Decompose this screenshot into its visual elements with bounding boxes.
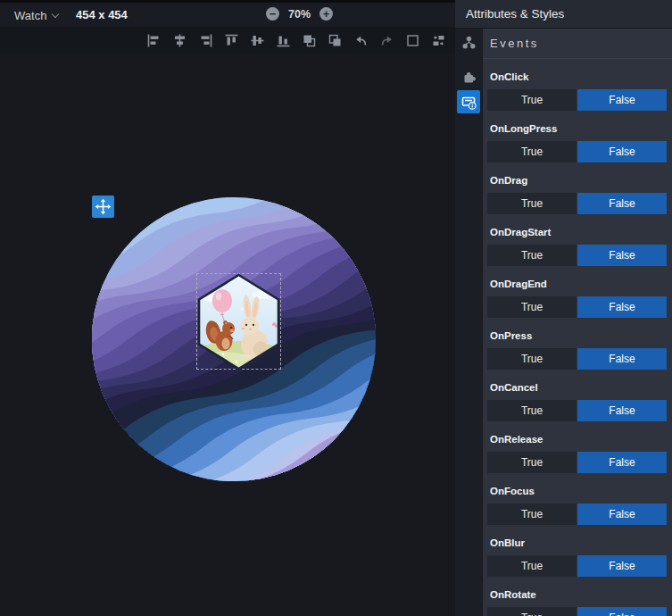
align-middle-vertical-button[interactable] — [249, 32, 266, 49]
align-center-horizontal-button[interactable] — [171, 32, 188, 49]
align-bottom-button[interactable] — [275, 32, 292, 49]
event-group-onclick: OnClickTrueFalse — [483, 71, 672, 111]
event-group-onrelease: OnReleaseTrueFalse — [483, 434, 672, 473]
toggle-row: TrueFalse — [487, 193, 667, 214]
event-onrelease-true-button[interactable]: True — [487, 452, 577, 473]
event-label-oncancel: OnCancel — [490, 382, 672, 394]
toggle-row: TrueFalse — [487, 400, 667, 421]
event-onclick-true-button[interactable]: True — [487, 89, 577, 111]
event-onblur-true-button[interactable]: True — [487, 555, 577, 577]
toggle-row: TrueFalse — [487, 245, 667, 266]
event-oncancel-true-button[interactable]: True — [487, 400, 577, 421]
event-group-onfocus: OnFocusTrueFalse — [483, 486, 672, 525]
event-onrelease-false-button[interactable]: False — [577, 452, 667, 473]
event-onpress-false-button[interactable]: False — [577, 348, 667, 370]
event-onclick-false-button[interactable]: False — [577, 89, 667, 111]
device-selector[interactable]: Watch — [9, 6, 63, 24]
event-ondrag-true-button[interactable]: True — [487, 193, 577, 214]
events-list: OnClickTrueFalseOnLongPressTrueFalseOnDr… — [483, 59, 672, 616]
event-onfocus-true-button[interactable]: True — [487, 504, 577, 525]
topbar: Watch 454 x 454 − 70% + — [0, 0, 455, 27]
event-label-ondrag: OnDrag — [490, 175, 672, 187]
toggle-row: TrueFalse — [487, 452, 667, 473]
toggle-row: TrueFalse — [487, 348, 667, 370]
events-panel: Events OnClickTrueFalseOnLongPressTrueFa… — [482, 29, 672, 616]
move-arrows-icon — [95, 198, 112, 215]
tab-hierarchy[interactable] — [457, 30, 480, 54]
event-ondragend-false-button[interactable]: False — [577, 296, 667, 318]
event-group-ondragend: OnDragEndTrueFalse — [483, 279, 672, 318]
event-onlongpress-false-button[interactable]: False — [577, 141, 667, 162]
event-group-ondragstart: OnDragStartTrueFalse — [483, 227, 672, 266]
event-label-onrelease: OnRelease — [490, 434, 672, 445]
event-onrotate-true-button[interactable]: True — [487, 607, 577, 616]
event-group-onlongpress: OnLongPressTrueFalse — [483, 123, 672, 162]
event-label-onpress: OnPress — [490, 330, 672, 342]
event-label-ondragstart: OnDragStart — [490, 227, 672, 238]
toggle-row: TrueFalse — [487, 296, 667, 318]
hierarchy-icon — [461, 35, 477, 50]
toggle-row: TrueFalse — [487, 89, 667, 111]
event-label-ondragend: OnDragEnd — [490, 279, 672, 290]
event-group-oncancel: OnCancelTrueFalse — [483, 382, 672, 421]
align-left-button[interactable] — [145, 32, 162, 49]
event-group-onrotate: OnRotateTrueFalse — [483, 589, 672, 616]
event-onpress-true-button[interactable]: True — [487, 348, 577, 370]
chevron-down-icon — [52, 10, 59, 17]
move-handle-button[interactable] — [92, 196, 114, 218]
bring-to-front-button[interactable] — [301, 32, 318, 49]
event-group-onpress: OnPressTrueFalse — [483, 330, 672, 370]
event-group-ondrag: OnDragTrueFalse — [483, 175, 672, 214]
redo-button[interactable] — [378, 32, 395, 49]
undo-button[interactable] — [353, 32, 369, 49]
canvas-area[interactable] — [0, 54, 455, 616]
event-label-onblur: OnBlur — [490, 537, 672, 549]
event-label-onfocus: OnFocus — [490, 486, 672, 497]
toggle-row: TrueFalse — [487, 504, 667, 525]
zoom-out-button[interactable]: − — [266, 7, 279, 21]
marquee-select-button[interactable] — [404, 32, 421, 49]
event-oncancel-false-button[interactable]: False — [577, 400, 667, 421]
event-label-onclick: OnClick — [490, 71, 672, 83]
zoom-controls: − 70% + — [266, 7, 333, 21]
attributes-panel: Attributes & Styles — [455, 0, 672, 616]
toggle-row: TrueFalse — [487, 607, 667, 616]
zoom-level: 70% — [288, 8, 311, 21]
toggle-row: TrueFalse — [487, 555, 667, 577]
device-label: Watch — [14, 9, 46, 22]
toolbar — [0, 27, 455, 54]
align-right-button[interactable] — [197, 32, 214, 49]
event-ondragstart-false-button[interactable]: False — [577, 245, 667, 266]
send-to-back-button[interactable] — [327, 32, 344, 49]
swap-order-button[interactable] — [430, 32, 447, 49]
event-group-onblur: OnBlurTrueFalse — [483, 537, 672, 577]
tab-attributes-info[interactable] — [457, 90, 480, 113]
event-ondragend-true-button[interactable]: True — [487, 296, 577, 318]
event-onrotate-false-button[interactable]: False — [577, 607, 667, 616]
event-label-onlongpress: OnLongPress — [490, 123, 672, 135]
zoom-in-button[interactable]: + — [319, 7, 333, 21]
event-onblur-false-button[interactable]: False — [577, 555, 667, 577]
hexagon-image-widget[interactable] — [196, 273, 281, 370]
canvas-size-label: 454 x 454 — [76, 8, 128, 21]
event-onlongpress-true-button[interactable]: True — [487, 141, 577, 162]
panel-tabstrip — [455, 29, 482, 616]
event-ondrag-false-button[interactable]: False — [577, 193, 667, 214]
panel-title: Attributes & Styles — [455, 0, 672, 29]
event-onfocus-false-button[interactable]: False — [577, 504, 667, 525]
tab-components[interactable] — [457, 65, 480, 88]
puzzle-icon — [461, 70, 477, 85]
toggle-row: TrueFalse — [487, 141, 667, 162]
events-section-title: Events — [483, 29, 672, 59]
event-label-onrotate: OnRotate — [490, 589, 672, 601]
form-info-icon — [461, 95, 477, 110]
event-ondragstart-true-button[interactable]: True — [487, 245, 577, 266]
align-top-button[interactable] — [223, 32, 240, 49]
